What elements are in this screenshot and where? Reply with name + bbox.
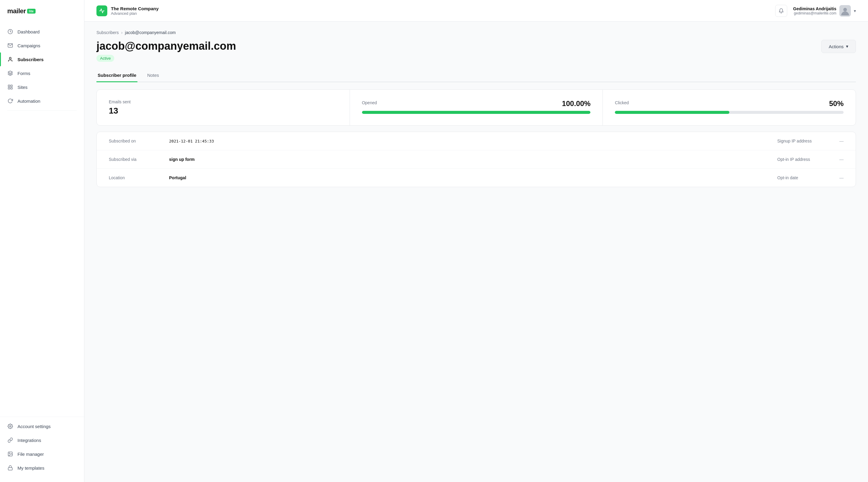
company-icon: [96, 5, 107, 16]
sidebar-item-account-settings[interactable]: Account settings: [0, 419, 84, 433]
optin-date-key: Opt-in date: [765, 175, 826, 180]
sidebar-item-integrations[interactable]: Integrations: [0, 433, 84, 447]
breadcrumb-subscribers-link[interactable]: Subscribers: [96, 30, 119, 35]
page-header: jacob@companyemail.com Actions ▾: [96, 40, 856, 53]
user-name: Gediminas Andrijaitis: [793, 6, 836, 11]
sidebar-item-label: Sites: [18, 85, 27, 90]
logo-badge: lite: [27, 9, 36, 13]
chevron-down-icon: ▾: [854, 8, 856, 13]
page-title: jacob@companyemail.com: [96, 40, 236, 53]
stats-card: Emails sent 13 Opened 100.00% Clicked 50…: [96, 90, 856, 126]
optin-ip-value: —: [826, 157, 844, 162]
user-info[interactable]: Gediminas Andrijaitis gediminas@mailerli…: [793, 5, 856, 17]
svg-marker-3: [8, 71, 13, 73]
svg-rect-7: [11, 88, 12, 89]
sidebar-item-label: Forms: [18, 71, 30, 76]
subscribed-via-key: Subscribed via: [109, 157, 169, 162]
signup-ip-value: —: [826, 138, 844, 143]
refresh-icon: [7, 98, 13, 104]
sidebar-item-label: Integrations: [18, 438, 41, 443]
clicked-progress-fill: [615, 111, 729, 114]
actions-chevron-icon: ▾: [846, 44, 848, 49]
optin-date-value: —: [826, 175, 844, 180]
notifications-button[interactable]: [775, 5, 787, 17]
opened-row: Opened 100.00%: [362, 99, 591, 108]
lock-icon: [7, 465, 13, 471]
emails-sent-value: 13: [109, 106, 338, 116]
actions-button[interactable]: Actions ▾: [821, 40, 856, 53]
sidebar-item-label: File manager: [18, 452, 44, 457]
link-icon: [7, 437, 13, 443]
details-row-subscribed-via: Subscribed via sign up form Opt-in IP ad…: [97, 150, 856, 169]
subscribed-on-value: 2021-12-01 21:45:33: [169, 139, 765, 143]
user-details: Gediminas Andrijaitis gediminas@mailerli…: [793, 6, 836, 15]
company-name: The Remote Company: [111, 6, 158, 11]
sidebar-item-my-templates[interactable]: My templates: [0, 461, 84, 475]
svg-point-13: [843, 8, 847, 11]
sidebar-item-campaigns[interactable]: Campaigns: [0, 38, 84, 53]
clock-icon: [7, 29, 13, 35]
sidebar-item-label: Automation: [18, 98, 40, 104]
signup-ip-key: Signup IP address: [765, 138, 826, 143]
nav-section: Dashboard Campaigns Subscribers Forms: [0, 25, 84, 417]
actions-label: Actions: [829, 44, 844, 49]
avatar: [839, 5, 851, 17]
sidebar-item-file-manager[interactable]: File manager: [0, 447, 84, 461]
sidebar-item-forms[interactable]: Forms: [0, 66, 84, 80]
tab-notes[interactable]: Notes: [146, 69, 160, 82]
sidebar: mailer lite Dashboard Campaigns Subscrib…: [0, 0, 84, 482]
logo-text: mailer: [7, 7, 26, 15]
header-right: Gediminas Andrijaitis gediminas@mailerli…: [775, 5, 856, 17]
svg-point-2: [9, 57, 11, 59]
nav-bottom: Account settings Integrations File manag…: [0, 417, 84, 475]
sidebar-item-dashboard[interactable]: Dashboard: [0, 25, 84, 38]
opened-progress-bg: [362, 111, 591, 114]
top-header: The Remote Company Advanced plan Gedimin…: [84, 0, 868, 22]
nav-divider: [7, 110, 77, 110]
company-details: The Remote Company Advanced plan: [111, 6, 158, 16]
svg-point-10: [9, 453, 10, 453]
svg-rect-6: [8, 88, 10, 89]
emails-sent-section: Emails sent 13: [97, 90, 350, 125]
main-content: The Remote Company Advanced plan Gedimin…: [84, 0, 868, 482]
user-email: gediminas@mailerlite.com: [793, 11, 836, 15]
sidebar-item-sites[interactable]: Sites: [0, 80, 84, 94]
sidebar-item-automation[interactable]: Automation: [0, 94, 84, 108]
sidebar-item-label: My templates: [18, 465, 44, 471]
status-badge: Active: [96, 55, 114, 62]
location-value: Portugal: [169, 175, 765, 180]
breadcrumb-separator: ›: [121, 30, 123, 35]
details-row-location: Location Portugal Opt-in date —: [97, 169, 856, 187]
clicked-progress-bg: [615, 111, 844, 114]
optin-ip-key: Opt-in IP address: [765, 157, 826, 162]
svg-rect-4: [8, 85, 10, 87]
logo[interactable]: mailer lite: [7, 7, 77, 15]
sidebar-item-label: Campaigns: [18, 43, 40, 48]
layers-icon: [7, 70, 13, 76]
company-info: The Remote Company Advanced plan: [96, 5, 158, 16]
sidebar-item-subscribers[interactable]: Subscribers: [0, 53, 84, 66]
image-icon: [7, 451, 13, 457]
details-row-subscribed-on: Subscribed on 2021-12-01 21:45:33 Signup…: [97, 132, 856, 150]
emails-sent-label: Emails sent: [109, 99, 338, 104]
tabs: Subscriber profile Notes: [96, 69, 856, 82]
sidebar-item-label: Subscribers: [18, 57, 44, 62]
sidebar-item-label: Dashboard: [18, 29, 39, 34]
user-icon: [7, 56, 13, 62]
svg-point-8: [10, 426, 11, 427]
breadcrumb-current: jacob@companyemail.com: [125, 30, 176, 35]
breadcrumb: Subscribers › jacob@companyemail.com: [96, 30, 856, 35]
settings-icon: [7, 423, 13, 429]
page-content: Subscribers › jacob@companyemail.com jac…: [84, 22, 868, 482]
svg-rect-11: [8, 468, 12, 470]
tab-subscriber-profile[interactable]: Subscriber profile: [96, 69, 137, 82]
clicked-section: Clicked 50%: [602, 90, 856, 125]
grid-icon: [7, 84, 13, 90]
subscribed-via-value: sign up form: [169, 157, 765, 162]
svg-rect-5: [11, 85, 12, 87]
clicked-label: Clicked: [615, 100, 629, 105]
sidebar-item-label: Account settings: [18, 424, 51, 429]
details-card: Subscribed on 2021-12-01 21:45:33 Signup…: [96, 132, 856, 187]
logo-area: mailer lite: [0, 7, 84, 25]
company-plan: Advanced plan: [111, 11, 158, 16]
